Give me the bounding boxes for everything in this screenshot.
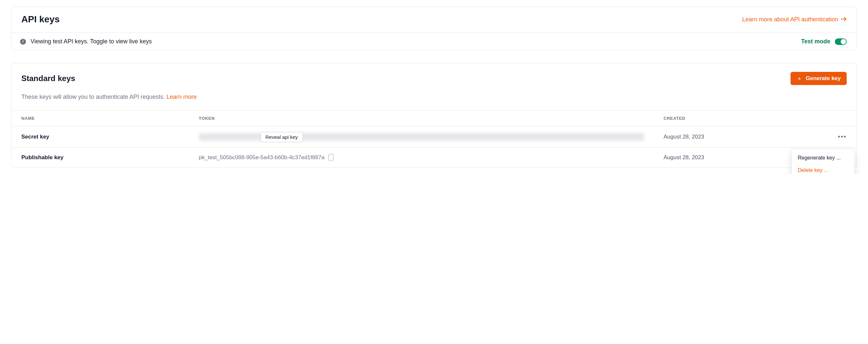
api-keys-header-card: API keys Learn more about API authentica… bbox=[11, 6, 857, 51]
key-actions-cell: ••• bbox=[806, 126, 857, 148]
publishable-token-wrap: pk_test_505bc088-905e-5a43-b60b-4c37ed1f… bbox=[199, 154, 644, 161]
keys-head: Standard keys ＋ Generate key These keys … bbox=[11, 63, 857, 110]
generate-key-button[interactable]: ＋ Generate key bbox=[790, 72, 847, 85]
key-created: August 28, 2023 bbox=[654, 126, 806, 148]
mode-banner: i Viewing test API keys. Toggle to view … bbox=[11, 33, 857, 50]
learn-api-auth-label: Learn more about API authentication bbox=[742, 16, 838, 23]
header-top: API keys Learn more about API authentica… bbox=[11, 7, 857, 33]
section-title: Standard keys bbox=[21, 74, 75, 83]
test-mode-toggle[interactable] bbox=[835, 38, 847, 45]
col-header-actions bbox=[806, 111, 857, 126]
generate-key-label: Generate key bbox=[806, 75, 841, 82]
mode-label: Test mode bbox=[801, 38, 830, 45]
publishable-token-value: pk_test_505bc088-905e-5a43-b60b-4c37ed1f… bbox=[199, 154, 325, 161]
dropdown-item-regenerate[interactable]: Regenerate key ... bbox=[792, 152, 854, 164]
keys-description-text: These keys will allow you to authenticat… bbox=[21, 94, 166, 100]
key-created: August 28, 2023 bbox=[654, 148, 806, 168]
table-row: Publishable key pk_test_505bc088-905e-5a… bbox=[11, 148, 857, 168]
standard-keys-card: Standard keys ＋ Generate key These keys … bbox=[11, 63, 857, 168]
dropdown-item-delete[interactable]: Delete key ... bbox=[792, 164, 854, 174]
learn-api-auth-link[interactable]: Learn more about API authentication bbox=[742, 16, 847, 23]
col-header-token: TOKEN bbox=[189, 111, 654, 126]
mode-toggle-wrap: Test mode bbox=[801, 38, 847, 45]
secret-token-wrap: Reveal api key bbox=[199, 133, 644, 141]
banner-left: i Viewing test API keys. Toggle to view … bbox=[20, 38, 152, 45]
plus-icon: ＋ bbox=[797, 75, 802, 82]
toggle-knob bbox=[841, 39, 846, 44]
arrow-right-icon bbox=[841, 16, 847, 23]
info-icon: i bbox=[20, 39, 26, 44]
keys-head-row: Standard keys ＋ Generate key bbox=[21, 72, 847, 85]
more-actions-button[interactable]: ••• bbox=[838, 133, 847, 140]
row-actions-dropdown: Regenerate key ... Delete key ... Whitel… bbox=[792, 149, 855, 174]
key-name: Secret key bbox=[11, 126, 189, 148]
table-row: Secret key Reveal api key August 28, 202… bbox=[11, 126, 857, 148]
table-header-row: NAME TOKEN CREATED bbox=[11, 111, 857, 126]
reveal-api-key-button[interactable]: Reveal api key bbox=[261, 132, 303, 142]
key-token-cell: Reveal api key bbox=[189, 126, 654, 148]
keys-description: These keys will allow you to authenticat… bbox=[21, 94, 847, 100]
page-title: API keys bbox=[21, 14, 60, 25]
keys-table: NAME TOKEN CREATED Secret key Reveal api… bbox=[11, 110, 857, 167]
keys-learn-more-link[interactable]: Learn more bbox=[166, 94, 197, 100]
key-name: Publishable key bbox=[11, 148, 189, 168]
banner-text: Viewing test API keys. Toggle to view li… bbox=[31, 38, 152, 45]
col-header-name: NAME bbox=[11, 111, 189, 126]
key-token-cell: pk_test_505bc088-905e-5a43-b60b-4c37ed1f… bbox=[189, 148, 654, 168]
col-header-created: CREATED bbox=[654, 111, 806, 126]
clipboard-icon[interactable] bbox=[328, 155, 334, 160]
